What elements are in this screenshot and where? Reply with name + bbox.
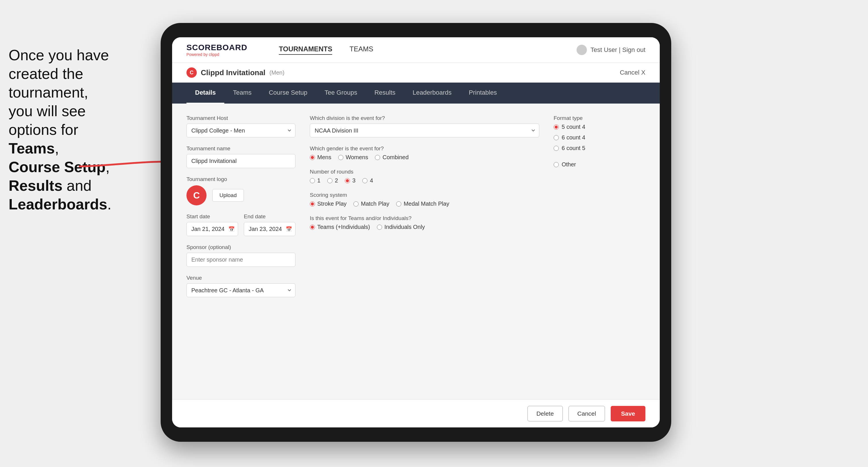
tournament-bar: C Clippd Invitational (Men) Cancel X [172, 63, 660, 83]
teams-radio-group: Teams (+Individuals) Individuals Only [310, 224, 539, 230]
individuals-only[interactable]: Individuals Only [377, 224, 425, 230]
nav-items: TOURNAMENTS TEAMS [279, 45, 373, 55]
gender-mens[interactable]: Mens [310, 154, 331, 161]
tournament-icon: C [186, 67, 197, 78]
scoring-label: Scoring system [310, 192, 539, 198]
scoring-match-radio[interactable] [353, 201, 359, 207]
logo-area: SCOREBOARD Powered by clippd [186, 43, 247, 57]
instruction-text: Once you have created the tournament, yo… [0, 40, 138, 219]
tab-course-setup[interactable]: Course Setup [260, 83, 316, 103]
start-cal-icon: 📅 [228, 226, 235, 232]
tournament-name: C Clippd Invitational (Men) [186, 67, 284, 78]
individuals-only-radio[interactable] [377, 225, 382, 230]
gender-group: Which gender is the event for? Mens Wome… [310, 146, 539, 161]
gender-combined-radio[interactable] [375, 155, 380, 160]
rounds-2[interactable]: 2 [327, 177, 338, 184]
main-content: Tournament Host Clippd College - Men Tou… [172, 103, 660, 317]
sponsor-input[interactable] [186, 253, 296, 267]
logo-upload-area: C Upload [186, 185, 296, 206]
middle-column: Which division is the event for? NCAA Di… [310, 115, 539, 305]
sponsor-label: Sponsor (optional) [186, 244, 296, 250]
gender-combined[interactable]: Combined [375, 154, 408, 161]
tab-bar: Details Teams Course Setup Tee Groups Re… [172, 83, 660, 103]
right-column: Format type 5 count 4 6 count 4 6 count … [554, 115, 645, 305]
division-group: Which division is the event for? NCAA Di… [310, 115, 539, 137]
delete-button[interactable]: Delete [528, 406, 563, 422]
nav-teams[interactable]: TEAMS [349, 45, 373, 55]
tablet-screen: SCOREBOARD Powered by clippd TOURNAMENTS… [172, 37, 660, 428]
format-6count4-radio[interactable] [554, 135, 559, 140]
tab-teams[interactable]: Teams [224, 83, 260, 103]
format-6count5[interactable]: 6 count 5 [554, 145, 645, 152]
tournament-name-text: Clippd Invitational [201, 68, 265, 77]
tab-details[interactable]: Details [186, 83, 224, 103]
rounds-3[interactable]: 3 [345, 177, 355, 184]
save-button[interactable]: Save [611, 406, 645, 422]
division-select[interactable]: NCAA Division III [310, 124, 539, 137]
host-label: Tournament Host [186, 115, 296, 121]
format-5count4[interactable]: 5 count 4 [554, 124, 645, 130]
nav-tournaments[interactable]: TOURNAMENTS [279, 45, 332, 55]
logo-title: SCOREBOARD [186, 43, 247, 52]
tab-results[interactable]: Results [366, 83, 404, 103]
cancel-button[interactable]: Cancel [568, 406, 605, 422]
venue-select[interactable]: Peachtree GC - Atlanta - GA [186, 283, 296, 297]
logo-label: Tournament logo [186, 176, 296, 182]
format-label: Format type [554, 115, 645, 121]
end-cal-icon: 📅 [286, 226, 292, 232]
rounds-label: Number of rounds [310, 169, 539, 175]
name-input[interactable] [186, 154, 296, 168]
scoring-medal-match[interactable]: Medal Match Play [396, 200, 449, 207]
format-other-radio[interactable] [554, 162, 559, 167]
rounds-1-radio[interactable] [310, 178, 315, 183]
format-6count5-radio[interactable] [554, 146, 559, 151]
gender-womens-radio[interactable] [338, 155, 343, 160]
rounds-4-radio[interactable] [362, 178, 368, 183]
logo-group: Tournament logo C Upload [186, 176, 296, 206]
scoring-stroke[interactable]: Stroke Play [310, 200, 346, 207]
end-date-label: End date [244, 213, 296, 220]
user-sign-out[interactable]: Test User | Sign out [590, 46, 645, 54]
gender-womens[interactable]: Womens [338, 154, 368, 161]
scoring-medal-match-radio[interactable] [396, 201, 401, 207]
gender-mens-radio[interactable] [310, 155, 315, 160]
rounds-3-radio[interactable] [345, 178, 350, 183]
teams-plus-radio[interactable] [310, 225, 315, 230]
host-group: Tournament Host Clippd College - Men [186, 115, 296, 137]
logo-circle: C [186, 185, 207, 206]
logo-subtitle: Powered by clippd [186, 52, 247, 57]
rounds-group: Number of rounds 1 2 [310, 169, 539, 184]
tournament-tag: (Men) [269, 69, 284, 76]
scoring-match[interactable]: Match Play [353, 200, 389, 207]
start-date-group: Start date 📅 [186, 213, 238, 236]
teams-plus-individuals[interactable]: Teams (+Individuals) [310, 224, 370, 230]
venue-label: Venue [186, 275, 296, 281]
host-select[interactable]: Clippd College - Men [186, 124, 296, 137]
header-right: Test User | Sign out [577, 45, 645, 55]
tab-printables[interactable]: Printables [460, 83, 505, 103]
tab-leaderboards[interactable]: Leaderboards [404, 83, 460, 103]
cancel-top-button[interactable]: Cancel X [620, 69, 645, 76]
scoring-stroke-radio[interactable] [310, 201, 315, 207]
rounds-4[interactable]: 4 [362, 177, 373, 184]
format-6count4[interactable]: 6 count 4 [554, 134, 645, 141]
end-date-wrap: 📅 [244, 222, 296, 236]
rounds-1[interactable]: 1 [310, 177, 320, 184]
upload-button[interactable]: Upload [212, 189, 244, 201]
scoring-group: Scoring system Stroke Play Match Play [310, 192, 539, 207]
name-group: Tournament name [186, 146, 296, 168]
scoring-radio-group: Stroke Play Match Play Medal Match Play [310, 200, 539, 207]
gender-label: Which gender is the event for? [310, 146, 539, 152]
teams-group: Is this event for Teams and/or Individua… [310, 215, 539, 230]
format-5count4-radio[interactable] [554, 124, 559, 130]
rounds-2-radio[interactable] [327, 178, 333, 183]
name-label: Tournament name [186, 146, 296, 152]
rounds-radio-group: 1 2 3 4 [310, 177, 539, 184]
teams-label: Is this event for Teams and/or Individua… [310, 215, 539, 221]
app-header: SCOREBOARD Powered by clippd TOURNAMENTS… [172, 37, 660, 63]
format-other[interactable]: Other [554, 161, 645, 168]
user-avatar [577, 45, 587, 55]
division-label: Which division is the event for? [310, 115, 539, 121]
tab-tee-groups[interactable]: Tee Groups [316, 83, 366, 103]
end-date-group: End date 📅 [244, 213, 296, 236]
